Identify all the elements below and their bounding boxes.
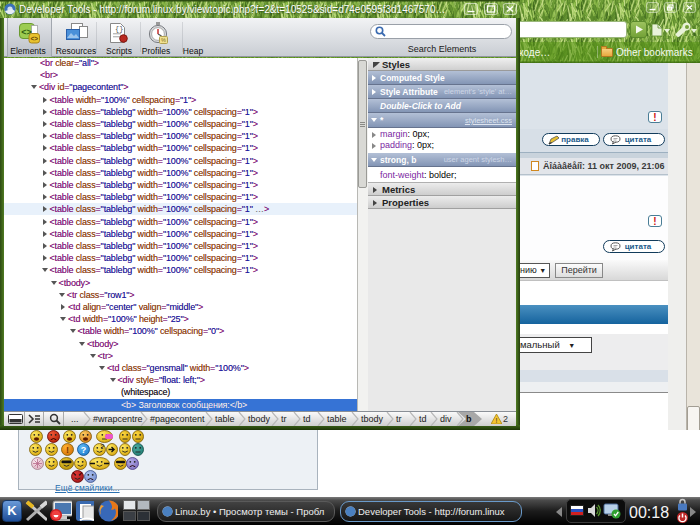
svg-text:<>: <> [30,35,38,42]
svg-text:{}: {} [115,25,123,33]
svg-text:?: ? [81,445,87,455]
svg-text:!: ! [66,445,69,455]
svg-text:%: % [161,37,166,43]
svg-text:!: ! [496,417,498,424]
svg-text:?: ? [101,443,105,450]
